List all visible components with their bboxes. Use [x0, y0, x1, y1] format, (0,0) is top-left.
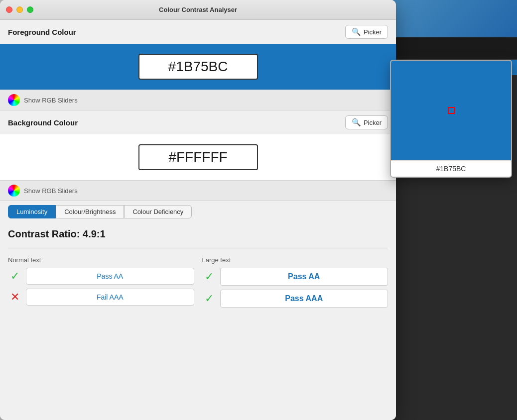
large-aa-pass-icon: ✓	[202, 270, 216, 283]
normal-aa-badge: Pass AA	[26, 268, 194, 285]
foreground-picker-button[interactable]: 🔍 Picker	[345, 25, 388, 39]
analysis-tabs: Luminosity Colour/Brightness Colour Defi…	[0, 201, 396, 222]
tab-luminosity[interactable]: Luminosity	[8, 205, 56, 218]
normal-text-header: Normal text	[8, 256, 194, 264]
large-aaa-badge: Pass AAA	[220, 290, 388, 308]
divider	[8, 248, 388, 248]
normal-text-column: Normal text ✓ Pass AA ✕ Fail AAA	[8, 256, 194, 312]
normal-aaa-badge: Fail AAA	[26, 289, 194, 306]
normal-aaa-row: ✕ Fail AAA	[8, 289, 194, 306]
foreground-label: Foreground Colour	[8, 28, 76, 36]
minimize-button[interactable]	[16, 6, 23, 13]
large-text-column: Large text ✓ Pass AA ✓ Pass AAA	[202, 256, 388, 312]
background-color-strip: #FFFFFF	[0, 134, 396, 180]
background-picker-button[interactable]: 🔍 Picker	[345, 115, 388, 129]
thumbnail-top	[392, 0, 517, 60]
results-grid: Normal text ✓ Pass AA ✕ Fail AAA Large t…	[8, 256, 388, 312]
tab-colour-brightness[interactable]: Colour/Brightness	[56, 205, 124, 218]
traffic-lights	[6, 6, 33, 13]
background-rgb-label[interactable]: Show RGB Sliders	[24, 187, 78, 195]
foreground-rgb-row: Show RGB Sliders	[0, 90, 396, 110]
window-title: Colour Contrast Analyser	[159, 6, 237, 13]
picker-preview-area	[391, 61, 511, 160]
content-area: Foreground Colour 🔍 Picker #1B75BC Show …	[0, 20, 396, 420]
foreground-color-strip: #1B75BC	[0, 44, 396, 90]
foreground-hex-value[interactable]: #1B75BC	[138, 54, 258, 80]
thumb-inner	[392, 0, 517, 37]
background-picker-icon: 🔍	[352, 118, 361, 127]
background-picker-label: Picker	[364, 119, 382, 126]
large-aaa-pass-icon: ✓	[202, 292, 216, 305]
maximize-button[interactable]	[27, 6, 33, 13]
normal-aa-row: ✓ Pass AA	[8, 268, 194, 285]
large-aaa-row: ✓ Pass AAA	[202, 290, 388, 308]
background-color-wheel-icon	[8, 185, 20, 197]
title-bar: Colour Contrast Analyser	[0, 0, 396, 20]
foreground-picker-icon: 🔍	[352, 27, 361, 36]
large-aa-row: ✓ Pass AA	[202, 268, 388, 286]
contrast-ratio: Contrast Ratio: 4.9:1	[8, 228, 106, 239]
foreground-header: Foreground Colour 🔍 Picker	[0, 20, 396, 44]
background-label: Background Colour	[8, 118, 78, 127]
main-window: Colour Contrast Analyser Foreground Colo…	[0, 0, 396, 420]
background-header: Background Colour 🔍 Picker	[0, 110, 396, 134]
large-text-header: Large text	[202, 256, 388, 264]
thumb-dark	[392, 37, 517, 59]
close-button[interactable]	[6, 6, 12, 13]
large-aa-badge: Pass AA	[220, 268, 388, 286]
picker-color-display: #1B75BC	[391, 160, 511, 177]
foreground-color-wheel-icon	[8, 94, 20, 106]
contrast-label: Contrast Ratio:	[8, 228, 80, 239]
contrast-value: 4.9:1	[83, 228, 106, 239]
background-rgb-row: Show RGB Sliders	[0, 180, 396, 201]
normal-aaa-fail-icon: ✕	[8, 291, 22, 304]
tab-colour-deficiency[interactable]: Colour Deficiency	[124, 205, 192, 218]
background-hex-value[interactable]: #FFFFFF	[138, 144, 258, 170]
contrast-section: Contrast Ratio: 4.9:1	[0, 222, 396, 244]
results-section: Normal text ✓ Pass AA ✕ Fail AAA Large t…	[0, 252, 396, 319]
foreground-rgb-label[interactable]: Show RGB Sliders	[24, 97, 78, 104]
foreground-picker-label: Picker	[364, 28, 382, 36]
picker-crosshair	[448, 107, 455, 114]
picker-popup: #1B75BC	[390, 60, 512, 178]
normal-aa-pass-icon: ✓	[8, 270, 22, 283]
